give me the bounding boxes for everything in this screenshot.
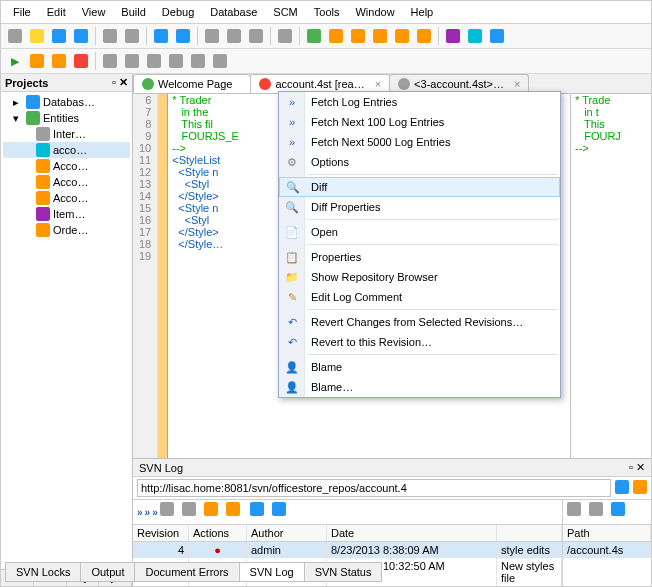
menu-file[interactable]: File	[5, 3, 39, 21]
ctx-fetch-next-100-log-entries[interactable]: »Fetch Next 100 Log Entries	[279, 112, 560, 132]
d2-icon[interactable]	[122, 51, 142, 71]
url-go-icon[interactable]	[615, 480, 629, 496]
menu-edit[interactable]: Edit	[39, 3, 74, 21]
copy-icon[interactable]	[224, 26, 244, 46]
project-tree[interactable]: ▸Databas…▾EntitiesInter…acco…Acco…Acco…A…	[1, 92, 132, 569]
panel-buttons[interactable]: ▫ ✕	[629, 461, 645, 474]
step-icon[interactable]	[49, 51, 69, 71]
path-row[interactable]: /account.4s	[563, 542, 651, 558]
stop-icon[interactable]	[71, 51, 91, 71]
tree-item[interactable]: Inter…	[3, 126, 130, 142]
bottom-tab-document-errors[interactable]: Document Errors	[134, 562, 239, 582]
save-icon[interactable]	[49, 26, 69, 46]
bottom-tab-svn-status[interactable]: SVN Status	[304, 562, 383, 582]
wiz2-icon[interactable]	[348, 26, 368, 46]
menu-build[interactable]: Build	[113, 3, 153, 21]
run-icon[interactable]: ▶	[5, 51, 25, 71]
fetch-icon[interactable]: »	[137, 507, 143, 518]
url-refresh-icon[interactable]	[633, 480, 647, 496]
cut-icon[interactable]	[202, 26, 222, 46]
editor-tab[interactable]: Welcome Page	[133, 74, 251, 93]
d5-icon[interactable]	[188, 51, 208, 71]
bottom-tab-svn-log[interactable]: SVN Log	[239, 562, 305, 582]
tree-item[interactable]: Acco…	[3, 158, 130, 174]
d4-icon[interactable]	[166, 51, 186, 71]
debug-icon[interactable]	[27, 51, 47, 71]
paste-icon[interactable]	[246, 26, 266, 46]
panel-buttons[interactable]: ▫ ✕	[112, 76, 128, 89]
preview-icon[interactable]	[122, 26, 142, 46]
ctx-diff[interactable]: 🔍Diff	[279, 177, 560, 197]
ctx-revert-to-this-revision-[interactable]: ↶Revert to this Revision…	[279, 332, 560, 352]
svn-url-input[interactable]	[137, 479, 611, 497]
t5-icon[interactable]	[250, 502, 270, 522]
ctx-show-repository-browser[interactable]: 📁Show Repository Browser	[279, 267, 560, 287]
t1-icon[interactable]	[160, 502, 180, 522]
t6-icon[interactable]	[272, 502, 292, 522]
tree-item[interactable]: Acco…	[3, 174, 130, 190]
ctx-blame[interactable]: 👤Blame	[279, 357, 560, 377]
d6-icon[interactable]	[210, 51, 230, 71]
wiz1-icon[interactable]	[326, 26, 346, 46]
fetch100-icon[interactable]: »	[145, 507, 151, 518]
t4-icon[interactable]	[226, 502, 246, 522]
undo-icon[interactable]	[151, 26, 171, 46]
col-revision[interactable]: Revision	[133, 525, 189, 541]
find-icon[interactable]	[275, 26, 295, 46]
t2-icon[interactable]	[182, 502, 202, 522]
d3-icon[interactable]	[144, 51, 164, 71]
open-icon[interactable]	[27, 26, 47, 46]
ctx-options[interactable]: ⚙Options	[279, 152, 560, 172]
saveall-icon[interactable]	[71, 26, 91, 46]
ctx-edit-log-comment[interactable]: ✎Edit Log Comment	[279, 287, 560, 307]
tree-item[interactable]: Acco…	[3, 190, 130, 206]
col-message[interactable]	[497, 525, 562, 541]
wiz5-icon[interactable]	[414, 26, 434, 46]
db3-icon[interactable]	[487, 26, 507, 46]
p3-icon[interactable]	[611, 502, 631, 522]
col-path[interactable]: Path	[563, 525, 651, 541]
ctx-diff-properties[interactable]: 🔍Diff Properties	[279, 197, 560, 217]
menu-scm[interactable]: SCM	[265, 3, 305, 21]
menu-tools[interactable]: Tools	[306, 3, 348, 21]
ctx-open[interactable]: 📄Open	[279, 222, 560, 242]
paths-grid[interactable]: /account.4s	[563, 542, 651, 558]
tree-item[interactable]: acco…	[3, 142, 130, 158]
ctx-revert-changes-from-selected-revisions-[interactable]: ↶Revert Changes from Selected Revisions…	[279, 312, 560, 332]
tree-item[interactable]: ▾Entities	[3, 110, 130, 126]
menu-database[interactable]: Database	[202, 3, 265, 21]
bottom-tabs[interactable]: SVN LocksOutputDocument ErrorsSVN LogSVN…	[5, 562, 381, 582]
ctx-properties[interactable]: 📋Properties	[279, 247, 560, 267]
fetch5000-icon[interactable]: »	[152, 507, 158, 518]
menu-window[interactable]: Window	[347, 3, 402, 21]
redo-icon[interactable]	[173, 26, 193, 46]
build-icon[interactable]	[304, 26, 324, 46]
db1-icon[interactable]	[443, 26, 463, 46]
context-menu[interactable]: »Fetch Log Entries»Fetch Next 100 Log En…	[278, 91, 561, 398]
tree-item[interactable]: ▸Databas…	[3, 94, 130, 110]
ctx-fetch-next-5000-log-entries[interactable]: »Fetch Next 5000 Log Entries	[279, 132, 560, 152]
col-author[interactable]: Author	[247, 525, 327, 541]
t3-icon[interactable]	[204, 502, 224, 522]
code-area[interactable]: * Trader in the This fil FOURJS_E--><Sty…	[168, 94, 239, 458]
print-icon[interactable]	[100, 26, 120, 46]
revision-row[interactable]: 4●admin8/23/2013 8:38:09 AMstyle edits	[133, 542, 562, 558]
ctx-fetch-log-entries[interactable]: »Fetch Log Entries	[279, 92, 560, 112]
col-date[interactable]: Date	[327, 525, 497, 541]
tree-item[interactable]: Orde…	[3, 222, 130, 238]
wiz3-icon[interactable]	[370, 26, 390, 46]
new-icon[interactable]	[5, 26, 25, 46]
menu-view[interactable]: View	[74, 3, 114, 21]
menu-debug[interactable]: Debug	[154, 3, 202, 21]
p2-icon[interactable]	[589, 502, 609, 522]
bottom-tab-svn-locks[interactable]: SVN Locks	[5, 562, 81, 582]
p1-icon[interactable]	[567, 502, 587, 522]
ctx-blame-[interactable]: 👤Blame…	[279, 377, 560, 397]
tree-item[interactable]: Item…	[3, 206, 130, 222]
wiz4-icon[interactable]	[392, 26, 412, 46]
bottom-tab-output[interactable]: Output	[80, 562, 135, 582]
d1-icon[interactable]	[100, 51, 120, 71]
editor-right[interactable]: * Trade in t This FOURJ-->	[571, 94, 651, 458]
col-actions[interactable]: Actions	[189, 525, 247, 541]
db2-icon[interactable]	[465, 26, 485, 46]
